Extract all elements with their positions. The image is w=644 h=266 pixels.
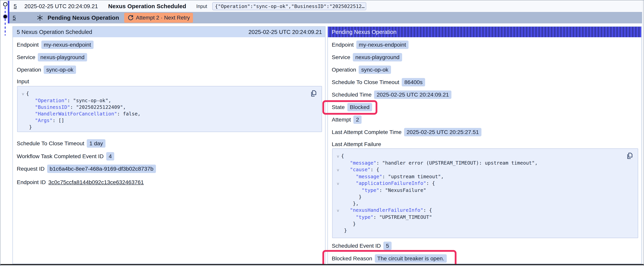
code-gutter xyxy=(335,173,341,180)
field-label: Endpoint xyxy=(17,42,39,48)
field-value-chip: sync-op-ok xyxy=(359,66,391,74)
code-line: } xyxy=(335,220,638,227)
pending-operation-panel: Pending Nexus Operation Endpoint my-nexu… xyxy=(328,26,642,264)
field-label: Last Attempt Complete Time xyxy=(332,129,402,135)
code-gutter xyxy=(20,97,26,104)
code-text: "Args": [] xyxy=(26,117,64,124)
code-line: v{ xyxy=(20,90,322,97)
field-label: Workflow Task Completed Event ID xyxy=(17,153,104,159)
code-text: } xyxy=(341,220,356,227)
pending-panel-header: Pending Nexus Operation xyxy=(328,27,641,37)
code-text: "type": "NexusFailure" xyxy=(341,187,426,194)
code-gutter xyxy=(335,200,341,207)
code-line: "Args": [] xyxy=(20,117,322,124)
input-json-code: v{ "Operation": "sync-op-ok", "BusinessI… xyxy=(18,86,322,130)
code-text: "applicationFailureInfo": { xyxy=(341,180,435,187)
collapse-chevron-icon[interactable]: v xyxy=(335,153,341,160)
event-input-preview-chip[interactable]: {"Operation":"sync-op-ok","BusinessID":"… xyxy=(212,2,366,10)
failure-section-label: Last Attempt Failure xyxy=(332,140,381,148)
code-line: "message": "upstream timeout", xyxy=(335,173,638,180)
field-label: Operation xyxy=(332,67,356,73)
code-gutter xyxy=(335,194,341,200)
event-id-link[interactable]: 5 xyxy=(14,3,17,10)
scheduled-panel-timestamp: 2025-02-25 UTC 20:24:09.21 xyxy=(248,29,322,35)
field-value-chip: 2 xyxy=(354,115,362,124)
scheduled-panel-title: 5 Nexus Operation Scheduled xyxy=(17,29,92,35)
collapse-chevron-icon[interactable]: v xyxy=(335,207,341,214)
failure-json-block: v{ "message": "handler error (UPSTREAM_T… xyxy=(332,148,638,238)
field-value-chip: my-nexus-endpoint xyxy=(41,41,94,49)
field-endpoint-id: Endpoint ID 3c0c75ccfa8144b092c13ce63246… xyxy=(17,178,144,187)
code-text: "BusinessID": "20250225122409", xyxy=(26,104,126,111)
timeline-dot-current xyxy=(4,15,7,18)
field-schedule-to-close-timeout: Schedule To Close Timeout 1 day xyxy=(17,139,106,148)
code-line: v "nexusHandlerFailureInfo": { xyxy=(335,207,638,214)
code-gutter xyxy=(335,214,341,220)
blocked-reason-annotation-highlight xyxy=(322,250,456,266)
event-title: Nexus Operation Scheduled xyxy=(108,3,186,10)
field-value-chip: 2025-02-25 UTC 20:24:09.21 xyxy=(374,91,452,99)
field-label: Endpoint xyxy=(332,42,354,48)
code-gutter xyxy=(335,220,341,227)
code-text: { xyxy=(26,90,29,97)
field-scheduled-time: Scheduled Time 2025-02-25 UTC 20:24:09.2… xyxy=(332,90,452,99)
collapse-chevron-icon[interactable]: v xyxy=(335,180,341,187)
code-line: "HandlerWaitForCancellation": false, xyxy=(20,111,322,117)
code-gutter xyxy=(335,227,341,234)
field-request-id: Request ID b1c6a4bc-8ee7-468a-9169-df3b0… xyxy=(17,164,156,173)
event-row-pending[interactable]: 5 Pending Nexus Operation Attempt 2 · Ne… xyxy=(9,12,642,24)
scheduled-event-detail-panel: 5 Nexus Operation Scheduled 2025-02-25 U… xyxy=(12,26,326,264)
field-value-chip: nexus-playground xyxy=(353,53,402,61)
collapse-chevron-icon[interactable]: v xyxy=(335,166,341,173)
field-operation: Operation sync-op-ok xyxy=(17,65,76,74)
scrollbar-gutter[interactable] xyxy=(642,1,644,266)
field-value-chip: b1c6a4bc-8ee7-468a-9169-df3b02c8737b xyxy=(47,165,156,173)
field-value-chip: 4 xyxy=(106,152,114,160)
pending-event-id-link[interactable]: 5 xyxy=(13,15,16,21)
code-text: "type": "UPSTREAM_TIMEOUT" xyxy=(341,214,432,220)
field-label: Scheduled Event ID xyxy=(332,242,381,249)
copy-icon[interactable] xyxy=(310,90,317,97)
code-line: "type": "UPSTREAM_TIMEOUT" xyxy=(335,214,638,220)
endpoint-id-link[interactable]: 3c0c75ccfa8144b092c13ce632463761 xyxy=(48,179,144,185)
code-text: } xyxy=(26,124,32,130)
field-label: Service xyxy=(332,54,350,61)
event-row-scheduled[interactable]: 5 2025-02-25 UTC 20:24:09.21 Nexus Opera… xyxy=(9,1,642,12)
code-line: v{ xyxy=(335,153,638,160)
field-endpoint: Endpoint my-nexus-endpoint xyxy=(17,40,94,49)
retry-icon xyxy=(127,15,134,21)
input-json-block: v{ "Operation": "sync-op-ok", "BusinessI… xyxy=(17,86,322,132)
code-text: "nexusHandlerFailureInfo": { xyxy=(341,207,432,214)
field-endpoint: Endpoint my-nexus-endpoint xyxy=(332,40,408,49)
code-text: { xyxy=(341,153,344,160)
code-line: } xyxy=(20,124,322,130)
code-text: "message": "upstream timeout", xyxy=(341,173,444,180)
code-text: } xyxy=(341,227,347,234)
code-gutter xyxy=(335,187,341,194)
code-line: "type": "NexusFailure" xyxy=(335,187,638,194)
state-annotation-highlight xyxy=(322,100,377,115)
field-service: Service nexus-playground xyxy=(17,53,87,62)
code-text: "message": "handler error (UPSTREAM_TIME… xyxy=(341,160,538,166)
field-label: Scheduled Time xyxy=(332,92,372,98)
code-line: "message": "handler error (UPSTREAM_TIME… xyxy=(335,160,638,166)
retry-badge-label: Attempt 2 · Next Retry xyxy=(136,15,190,21)
code-line: } xyxy=(335,194,638,200)
field-scheduled-event-id: Scheduled Event ID 5 xyxy=(332,241,392,250)
field-value-chip: 5 xyxy=(384,242,392,250)
code-gutter xyxy=(20,117,26,124)
field-service: Service nexus-playground xyxy=(332,53,402,62)
code-line: "Operation": "sync-op-ok", xyxy=(20,97,322,104)
workflow-event-history-screen: 5 2025-02-25 UTC 20:24:09.21 Nexus Opera… xyxy=(0,0,644,266)
field-schedule-to-close-timeout: Schedule To Close Timeout 86400s xyxy=(332,78,425,87)
pending-asterisk-icon xyxy=(36,14,44,21)
code-line: v "applicationFailureInfo": { xyxy=(335,180,638,187)
field-attempt: Attempt 2 xyxy=(332,115,362,124)
copy-icon[interactable] xyxy=(626,152,633,160)
timeline-active-bar xyxy=(8,1,9,24)
retry-status-badge: Attempt 2 · Next Retry xyxy=(124,13,193,23)
collapse-chevron-icon[interactable]: v xyxy=(20,90,26,97)
field-workflow-task-completed-event-id: Workflow Task Completed Event ID 4 xyxy=(17,152,114,161)
bottom-margin xyxy=(0,265,644,266)
code-gutter xyxy=(20,104,26,111)
